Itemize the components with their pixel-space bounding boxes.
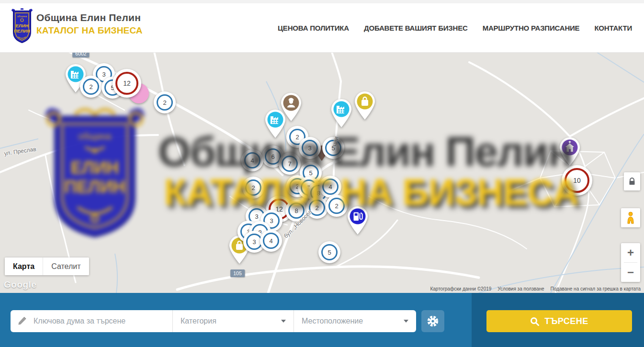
- svg-text:ПЕЛИН: ПЕЛИН: [14, 28, 30, 34]
- factory-pin[interactable]: [262, 108, 288, 141]
- zoom-control: + −: [621, 243, 640, 282]
- cluster-count: 4: [328, 183, 332, 190]
- keyword-field-wrap: [11, 310, 172, 332]
- gear-icon: [427, 315, 439, 327]
- cluster-count: 2: [315, 204, 318, 212]
- fuel-pin[interactable]: [345, 205, 371, 237]
- lock-icon: [628, 177, 636, 186]
- map-type-map-button[interactable]: Карта: [5, 257, 43, 275]
- cluster-count: 3: [308, 145, 311, 152]
- advanced-settings-button[interactable]: [421, 310, 444, 332]
- factory-pin[interactable]: [328, 98, 354, 130]
- keyword-search-input[interactable]: [33, 316, 166, 326]
- cluster-count: 8: [294, 207, 298, 214]
- nav-add-your-business[interactable]: ДОБАВЕТЕ ВАШИЯТ БИЗНЕС: [364, 24, 468, 32]
- cluster-count: 3: [255, 213, 258, 220]
- map-attribution: Картографски данни ©2019 Условия за полз…: [430, 286, 641, 291]
- cluster-count: 3: [102, 71, 105, 78]
- municipality-logo[interactable]: община ЕЛИН ПЕЛИН: [11, 8, 34, 45]
- location-select[interactable]: Местоположение: [294, 310, 416, 332]
- pencil-icon: [17, 316, 27, 326]
- cluster-count: 12: [123, 79, 131, 87]
- map-cluster-marker[interactable]: 2: [242, 177, 264, 199]
- map-cluster-marker[interactable]: 2: [80, 76, 102, 98]
- search-filters: Категория Местоположение: [11, 310, 416, 332]
- map-cluster-marker[interactable]: 5: [318, 241, 340, 263]
- main-nav: ЦЕНОВА ПОЛИТИКА ДОБАВЕТЕ ВАШИЯТ БИЗНЕС М…: [278, 3, 632, 53]
- google-map[interactable]: 325122235647522784128223338345106002105у…: [0, 53, 644, 293]
- report-map-error-link[interactable]: Подаване на сигнал за грешка в картата: [551, 286, 641, 291]
- map-cluster-marker[interactable]: 4: [260, 230, 282, 252]
- cluster-count: 2: [251, 184, 255, 191]
- map-cluster-marker[interactable]: 4: [319, 176, 341, 198]
- svg-text:ЕЛИН: ЕЛИН: [16, 23, 29, 28]
- terms-of-use-link[interactable]: Условия за ползване: [497, 286, 544, 291]
- cluster-count: 2: [335, 202, 338, 210]
- site-header: община ЕЛИН ПЕЛИН Община Елин Пелин КАТА…: [0, 0, 644, 53]
- cluster-count: 5: [328, 249, 331, 256]
- search-panel: Категория Местоположение ТЪРСЕНЕ: [0, 293, 644, 347]
- search-icon: [530, 317, 539, 326]
- brand-text[interactable]: Община Елин Пелин КАТАЛОГ НА БИЗНЕСА: [36, 12, 143, 36]
- chevron-down-icon: [404, 320, 408, 323]
- map-cluster-marker[interactable]: 2: [326, 195, 348, 217]
- cluster-count: 3: [270, 217, 273, 224]
- zoom-in-button[interactable]: +: [621, 243, 640, 262]
- cluster-count: 2: [295, 134, 299, 141]
- search-button[interactable]: ТЪРСЕНЕ: [486, 310, 632, 332]
- shopping-bag-pin[interactable]: [352, 90, 378, 123]
- pegman-icon: [625, 212, 636, 224]
- pegman-street-view-button[interactable]: [621, 208, 640, 227]
- map-type-satellite-button[interactable]: Сателит: [43, 257, 89, 275]
- map-cluster-marker[interactable]: 3: [299, 137, 321, 159]
- nav-contacts[interactable]: КОНТАКТИ: [594, 24, 632, 32]
- cluster-count: 6: [271, 153, 274, 160]
- zoom-out-button[interactable]: −: [621, 263, 640, 282]
- cluster-count: 2: [163, 99, 166, 106]
- road-number-badge: 105: [230, 269, 245, 277]
- site-title: Община Елин Пелин: [36, 12, 143, 23]
- cluster-count: 2: [89, 83, 92, 90]
- svg-text:община: община: [17, 15, 27, 18]
- coat-of-arms-icon: община ЕЛИН ПЕЛИН: [11, 8, 34, 45]
- road-number-badge: 6002: [72, 53, 89, 57]
- cluster-count: 3: [252, 238, 256, 246]
- map-cluster-marker[interactable]: 2: [154, 91, 176, 113]
- chevron-down-icon: [281, 320, 286, 323]
- cluster-count: 10: [573, 177, 581, 184]
- map-cluster-marker[interactable]: 10: [562, 165, 592, 196]
- nav-pricing-policy[interactable]: ЦЕНОВА ПОЛИТИКА: [278, 24, 349, 32]
- cluster-count: 4: [269, 237, 272, 245]
- map-type-control: Карта Сателит: [5, 257, 89, 275]
- google-logo[interactable]: Google: [4, 280, 36, 290]
- cluster-count: 5: [309, 169, 312, 177]
- cluster-count: 4: [250, 157, 254, 164]
- scroll-lock-button[interactable]: [624, 172, 640, 190]
- cluster-count: 7: [288, 160, 291, 168]
- church-pin[interactable]: [557, 136, 583, 168]
- map-copyright: Картографски данни ©2019: [430, 286, 491, 291]
- map-cluster-marker[interactable]: 12: [113, 69, 141, 98]
- map-cluster-marker[interactable]: 4: [241, 149, 263, 171]
- category-select[interactable]: Категория: [172, 310, 294, 332]
- site-subtitle: КАТАЛОГ НА БИЗНЕСА: [36, 25, 143, 36]
- nav-route-schedule[interactable]: МАРШРУТНО РАЗПИСАНИЕ: [483, 24, 580, 32]
- map-cluster-marker[interactable]: 7: [279, 153, 301, 175]
